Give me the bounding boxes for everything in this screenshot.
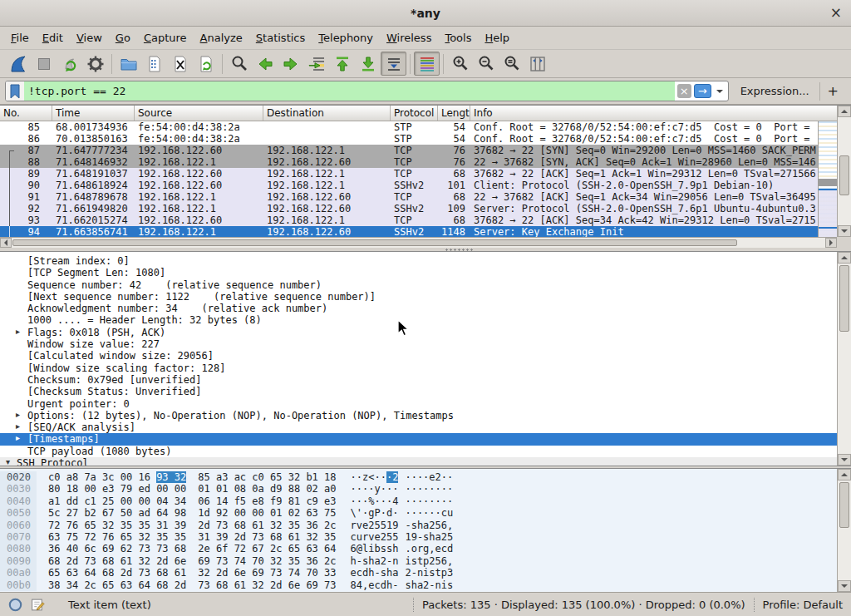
packet-row[interactable]: 9071.648618924192.168.122.60192.168.122.…	[0, 180, 818, 191]
zoom-normal-button[interactable]	[499, 52, 524, 76]
display-filter-input[interactable]: !tcp.port == 22	[24, 81, 675, 101]
zoom-out-button[interactable]	[473, 52, 499, 76]
bytes-vertical-scrollbar[interactable]	[837, 469, 851, 592]
tree-collapsed-icon[interactable]: ▸	[16, 327, 20, 336]
packet-row[interactable]: 8871.648146932192.168.122.1192.168.122.6…	[0, 156, 818, 168]
hex-row[interactable]: 00a065 63 64 68 2d 73 68 6132 2d 6e 69 7…	[0, 567, 837, 579]
detail-line[interactable]: [Stream index: 0]	[0, 255, 837, 267]
scroll-down-button[interactable]	[838, 225, 851, 237]
add-filter-button[interactable]: +	[819, 82, 846, 101]
reload-file-button[interactable]	[193, 52, 219, 76]
go-back-button[interactable]	[252, 52, 278, 76]
tree-collapsed-icon[interactable]: ▸	[16, 421, 20, 431]
scroll-up-button[interactable]	[838, 469, 851, 480]
tree-expanded-icon[interactable]: ▾	[6, 457, 10, 466]
column-header-source[interactable]: Source	[135, 106, 263, 121]
hex-row[interactable]: 008036 40 6c 69 62 73 73 682e 6f 72 67 2…	[0, 543, 837, 554]
start-capture-button[interactable]	[5, 52, 31, 76]
packet-row[interactable]: 8771.647777234192.168.122.60192.168.122.…	[0, 145, 818, 156]
hex-row[interactable]: 006072 76 65 32 35 35 31 392d 73 68 61 3…	[0, 520, 837, 531]
filter-dropdown-caret[interactable]	[716, 90, 723, 96]
scrollbar-thumb[interactable]	[839, 482, 849, 528]
go-to-top-button[interactable]	[329, 52, 355, 76]
stop-capture-button[interactable]	[31, 52, 57, 76]
packet-row[interactable]: 8670.013850163fe:54:00:d4:38:2aSTP54Conf…	[0, 133, 818, 145]
save-file-button[interactable]	[141, 52, 167, 76]
column-header-no[interactable]: No.	[0, 106, 52, 121]
menu-analyze[interactable]: Analyze	[194, 28, 249, 47]
capture-comment-icon[interactable]	[31, 598, 45, 612]
detail-line[interactable]: [Next sequence number: 1122 (relative se…	[0, 291, 837, 303]
intelligent-scrollbar-minimap[interactable]	[818, 121, 837, 237]
menu-help[interactable]: Help	[478, 28, 516, 47]
go-to-bottom-button[interactable]	[355, 52, 381, 76]
go-to-packet-button[interactable]	[303, 52, 329, 76]
menu-telephony[interactable]: Telephony	[312, 28, 380, 47]
detail-line[interactable]: 1000 .... = Header Length: 32 bytes (8)	[0, 314, 837, 326]
column-header-length[interactable]: Length	[438, 106, 470, 121]
detail-line[interactable]: ▸Flags: 0x018 (PSH, ACK)	[0, 327, 837, 338]
hex-row[interactable]: 00505c 27 b2 67 50 ad 64 981d 92 00 00 0…	[0, 507, 837, 519]
expression-button[interactable]: Expression...	[729, 85, 819, 97]
detail-line[interactable]: [TCP Segment Len: 1080]	[0, 267, 837, 278]
hex-row[interactable]: 003080 18 00 e3 79 ed 00 0001 01 08 0a d…	[0, 483, 837, 495]
packet-row[interactable]: 9371.662015274192.168.122.60192.168.122.…	[0, 214, 818, 226]
detail-line[interactable]: ▸[Timestamps]	[0, 433, 837, 445]
detail-line[interactable]: Sequence number: 42 (relative sequence n…	[0, 279, 837, 291]
expert-info-icon[interactable]	[8, 598, 22, 612]
packet-list-horizontal-scrollbar[interactable]	[0, 237, 837, 248]
menu-wireless[interactable]: Wireless	[380, 28, 438, 47]
column-header-protocol[interactable]: Protocol	[391, 106, 438, 121]
detail-line[interactable]: Urgent pointer: 0	[0, 398, 837, 410]
detail-line[interactable]: [Window size scaling factor: 128]	[0, 362, 837, 374]
hex-row[interactable]: 009068 2d 73 68 61 32 2d 6e69 73 74 70 3…	[0, 555, 837, 567]
open-file-button[interactable]	[116, 52, 141, 76]
capture-options-button[interactable]	[82, 52, 108, 76]
detail-line[interactable]: Window size value: 227	[0, 338, 837, 350]
detail-line[interactable]: ▸Options: (12 bytes), No-Operation (NOP)…	[0, 410, 837, 421]
scroll-up-button[interactable]	[838, 252, 851, 264]
hex-row[interactable]: 0020c0 a8 7a 3c 00 16 93 3285 a3 ac c0 6…	[0, 471, 837, 483]
find-packet-button[interactable]	[226, 52, 252, 76]
scroll-down-button[interactable]	[838, 454, 851, 466]
menu-go[interactable]: Go	[109, 28, 137, 47]
auto-scroll-toggle[interactable]	[381, 52, 406, 76]
details-vertical-scrollbar[interactable]	[837, 252, 851, 466]
column-header-info[interactable]: Info	[470, 106, 837, 121]
restart-capture-button[interactable]	[57, 52, 82, 76]
scrollbar-thumb[interactable]	[12, 239, 737, 246]
resize-columns-button[interactable]	[524, 52, 550, 76]
menu-tools[interactable]: Tools	[438, 28, 478, 47]
scroll-right-button[interactable]	[825, 238, 837, 248]
packet-list-vertical-scrollbar[interactable]	[837, 106, 851, 237]
profile-selector[interactable]: Profile: Default	[763, 599, 843, 611]
scrollbar-thumb[interactable]	[839, 265, 849, 332]
packet-row[interactable]: 8971.648191037192.168.122.60192.168.122.…	[0, 168, 818, 180]
detail-line[interactable]: [Checksum Status: Unverified]	[0, 386, 837, 397]
detail-line[interactable]: [Calculated window size: 29056]	[0, 350, 837, 362]
tree-collapsed-icon[interactable]: ▸	[16, 410, 20, 419]
menu-view[interactable]: View	[70, 28, 109, 47]
packet-row[interactable]: 8568.001734936fe:54:00:d4:38:2aSTP54Conf…	[0, 121, 818, 133]
menu-statistics[interactable]: Statistics	[249, 28, 312, 47]
packet-row[interactable]: 9171.648789678192.168.122.1192.168.122.6…	[0, 191, 818, 203]
tree-collapsed-icon[interactable]: ▸	[16, 433, 20, 442]
menu-edit[interactable]: Edit	[36, 28, 70, 47]
scroll-left-button[interactable]	[0, 238, 12, 248]
filter-bookmark-button[interactable]	[6, 81, 24, 101]
detail-line[interactable]: ▸[SEQ/ACK analysis]	[0, 421, 837, 433]
filter-apply-button[interactable]: →	[694, 84, 711, 98]
column-header-destination[interactable]: Destination	[263, 106, 391, 121]
scroll-up-button[interactable]	[838, 106, 851, 117]
scrollbar-thumb[interactable]	[839, 155, 849, 195]
packet-row[interactable]: 9471.663856741192.168.122.1192.168.122.6…	[0, 226, 818, 237]
menu-file[interactable]: File	[4, 28, 36, 47]
close-file-button[interactable]	[167, 52, 193, 76]
menu-capture[interactable]: Capture	[137, 28, 194, 47]
packet-row[interactable]: 9271.661949820192.168.122.1192.168.122.6…	[0, 203, 818, 214]
hex-row[interactable]: 007063 75 72 76 65 32 35 3531 39 2d 73 6…	[0, 531, 837, 543]
detail-line[interactable]: Checksum: 0x79ed [unverified]	[0, 374, 837, 386]
filter-clear-button[interactable]: ×	[677, 84, 691, 98]
zoom-in-button[interactable]	[447, 52, 473, 76]
colorize-toggle[interactable]	[414, 52, 440, 76]
